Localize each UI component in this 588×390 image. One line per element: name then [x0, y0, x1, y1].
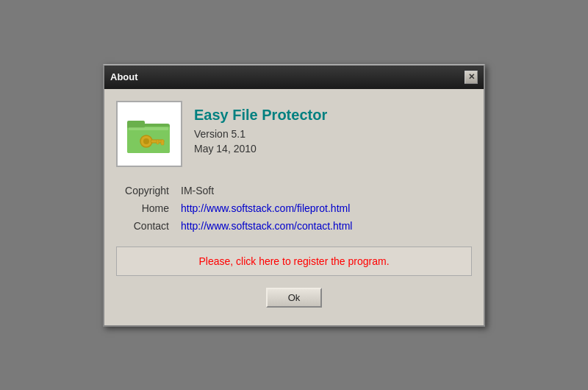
info-table: Copyright IM-Soft Home http://www.softst… — [116, 182, 472, 235]
app-info: Easy File Protector Version 5.1 May 14, … — [194, 101, 327, 155]
home-url[interactable]: http://www.softstack.com/fileprot.html — [175, 199, 472, 217]
ok-button[interactable]: Ok — [266, 288, 323, 308]
svg-rect-7 — [161, 140, 164, 145]
dialog-content: Easy File Protector Version 5.1 May 14, … — [104, 89, 484, 325]
app-icon-svg — [123, 107, 176, 160]
svg-rect-3 — [129, 127, 168, 130]
home-label: Home — [116, 199, 175, 217]
copyright-label: Copyright — [116, 182, 175, 199]
svg-rect-2 — [127, 121, 145, 128]
home-row: Home http://www.softstack.com/fileprot.h… — [116, 199, 472, 217]
title-bar: About ✕ — [104, 65, 484, 89]
app-icon-box — [116, 101, 182, 167]
top-section: Easy File Protector Version 5.1 May 14, … — [116, 101, 472, 167]
dialog-title: About — [110, 71, 138, 82]
button-row: Ok — [116, 288, 472, 313]
contact-row: Contact http://www.softstack.com/contact… — [116, 217, 472, 235]
app-date: May 14, 2010 — [194, 143, 327, 155]
register-text: Please, click here to register the progr… — [198, 255, 389, 267]
contact-label: Contact — [116, 217, 175, 235]
app-name: Easy File Protector — [194, 107, 327, 124]
register-box[interactable]: Please, click here to register the progr… — [116, 247, 472, 276]
copyright-row: Copyright IM-Soft — [116, 182, 472, 199]
about-dialog: About ✕ — [103, 64, 485, 327]
app-version: Version 5.1 — [194, 128, 327, 140]
contact-url[interactable]: http://www.softstack.com/contact.html — [175, 217, 472, 235]
close-button[interactable]: ✕ — [465, 71, 478, 84]
copyright-value: IM-Soft — [175, 182, 472, 199]
svg-point-5 — [143, 138, 149, 144]
svg-rect-8 — [157, 140, 159, 144]
